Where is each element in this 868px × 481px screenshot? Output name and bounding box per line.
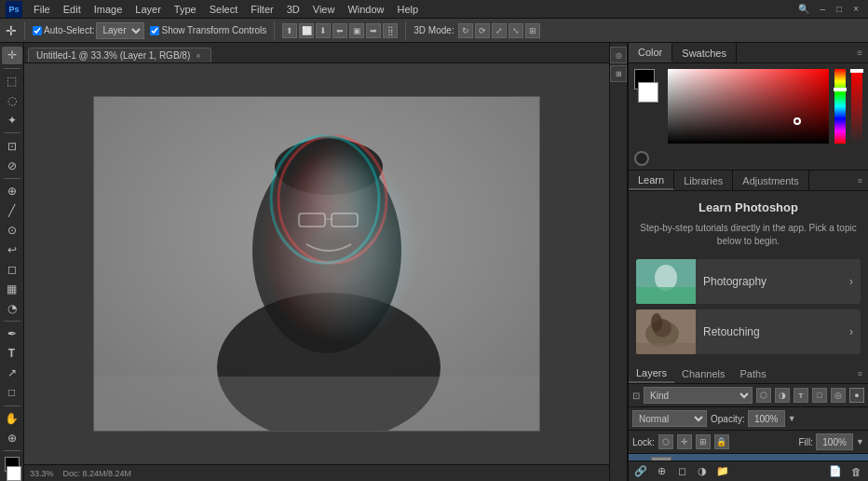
zoom-tool[interactable]: ⊕ (2, 429, 22, 447)
3d-slide-icon[interactable]: ⤡ (509, 23, 523, 38)
blend-mode-dropdown[interactable]: Normal (632, 410, 707, 427)
filter-pixel-icon[interactable]: ⬡ (756, 388, 771, 403)
type-tool[interactable]: T (2, 345, 22, 363)
lock-artboards-icon[interactable]: ⊞ (696, 434, 711, 449)
photography-arrow: › (842, 275, 861, 288)
distribute-icon[interactable]: ⣿ (383, 23, 398, 38)
tab-swatches[interactable]: Swatches (672, 43, 737, 62)
layer-mask-icon[interactable]: ◻ (673, 463, 690, 480)
layer-group-icon[interactable]: 📁 (714, 463, 731, 480)
menu-file[interactable]: File (28, 3, 56, 16)
color-gradient-picker[interactable] (668, 69, 829, 144)
healing-brush-tool[interactable]: ⊕ (2, 183, 22, 200)
layer-link-icon[interactable]: 🔗 (632, 463, 649, 480)
layers-panel-menu[interactable]: ≡ (852, 364, 868, 383)
maximize-button[interactable]: □ (833, 4, 846, 14)
move-tool[interactable]: ✛ (2, 47, 22, 64)
fill-dropdown-arrow[interactable]: ▼ (856, 437, 864, 447)
color-panel-menu[interactable]: ≡ (851, 43, 868, 62)
canvas-viewport[interactable] (24, 63, 609, 464)
close-button[interactable]: × (849, 4, 862, 14)
tab-paths[interactable]: Paths (733, 364, 774, 383)
panel-collapse-button[interactable]: ≡ (852, 171, 868, 190)
menu-image[interactable]: Image (88, 3, 129, 16)
quick-select-tool[interactable]: ✦ (2, 112, 22, 130)
lock-all-icon[interactable]: 🔒 (714, 434, 729, 449)
search-icon[interactable]: 🔍 (794, 4, 813, 14)
clone-stamp-tool[interactable]: ⊙ (2, 222, 22, 240)
tab-channels[interactable]: Channels (674, 364, 732, 383)
alpha-slider[interactable] (851, 69, 862, 144)
gradient-tool[interactable]: ▦ (2, 280, 22, 297)
close-tab-button[interactable]: × (196, 51, 200, 61)
retouching-thumb-svg (636, 309, 696, 354)
menu-select[interactable]: Select (204, 3, 244, 16)
eraser-tool[interactable]: ◻ (2, 260, 22, 278)
filter-toggle-icon[interactable]: ● (849, 388, 864, 403)
lock-pixels-icon[interactable]: ⬡ (658, 434, 673, 449)
learn-item-retouching[interactable]: Retouching › (636, 309, 861, 354)
layer-adjustment-icon[interactable]: ◑ (694, 463, 711, 480)
menu-filter[interactable]: Filter (245, 3, 278, 16)
opacity-dropdown-arrow[interactable]: ▼ (788, 414, 796, 423)
background-color[interactable] (7, 466, 21, 481)
retouching-thumbnail (636, 309, 696, 354)
hand-tool[interactable]: ✋ (2, 409, 22, 427)
filter-adjustment-icon[interactable]: ◑ (775, 388, 790, 403)
layer-select-dropdown[interactable]: Layer (96, 22, 144, 39)
panel-toggle-2[interactable]: ⊞ (610, 65, 627, 82)
3d-roll-icon[interactable]: ⟳ (475, 23, 490, 38)
hue-slider[interactable] (834, 69, 846, 144)
minimize-button[interactable]: – (817, 4, 830, 14)
lasso-tool[interactable]: ◌ (2, 92, 22, 110)
3d-rotate-icon[interactable]: ↻ (458, 23, 473, 38)
crop-tool[interactable]: ⊡ (2, 137, 22, 155)
menu-3d[interactable]: 3D (281, 3, 305, 16)
lock-position-icon[interactable]: ✛ (677, 434, 692, 449)
menu-help[interactable]: Help (392, 3, 425, 16)
rectangular-marquee-tool[interactable]: ⬚ (2, 73, 22, 90)
menu-layer[interactable]: Layer (129, 3, 167, 16)
tab-layers[interactable]: Layers (629, 364, 674, 383)
path-select-tool[interactable]: ↗ (2, 364, 22, 382)
brush-tool[interactable]: ╱ (2, 202, 22, 220)
shape-tool[interactable]: □ (2, 384, 22, 402)
menu-window[interactable]: Window (342, 3, 389, 16)
pen-tool[interactable]: ✒ (2, 325, 22, 343)
menu-view[interactable]: View (307, 3, 341, 16)
align-right-icon[interactable]: ➡ (366, 23, 381, 38)
auto-select-checkbox[interactable] (33, 26, 42, 35)
opacity-input[interactable] (748, 410, 785, 427)
panel-toggle-1[interactable]: ◎ (610, 47, 627, 63)
align-left-icon[interactable]: ⬅ (332, 23, 347, 38)
tab-libraries[interactable]: Libraries (674, 171, 733, 190)
filter-shape-icon[interactable]: □ (812, 388, 827, 403)
menu-edit[interactable]: Edit (58, 3, 87, 16)
3d-scale-icon[interactable]: ⊞ (525, 23, 540, 38)
tab-learn[interactable]: Learn (629, 171, 674, 190)
learn-item-photography[interactable]: Photography › (636, 259, 861, 304)
tab-adjustments[interactable]: Adjustments (733, 171, 809, 190)
align-center-icon[interactable]: ▣ (349, 23, 364, 38)
menu-type[interactable]: Type (169, 3, 202, 16)
filter-type-icon[interactable]: T (793, 388, 808, 403)
layer-style-icon[interactable]: ⊕ (653, 463, 670, 480)
show-transform-checkbox[interactable] (150, 26, 159, 35)
tab-color[interactable]: Color (629, 43, 672, 62)
align-bottom-icon[interactable]: ⬇ (316, 23, 331, 38)
align-middle-icon[interactable]: ⬜ (299, 23, 314, 38)
layer-new-icon[interactable]: 📄 (827, 463, 844, 480)
layer-row-layer1[interactable]: 👁 Layer 1 (629, 454, 868, 460)
dodge-tool[interactable]: ◔ (2, 299, 22, 317)
3d-drag-icon[interactable]: ⤢ (492, 23, 507, 38)
fill-input[interactable] (816, 433, 853, 450)
document-tab[interactable]: Untitled-1 @ 33.3% (Layer 1, RGB/8) × (28, 48, 211, 62)
kind-dropdown[interactable]: Kind (644, 387, 753, 404)
align-top-icon[interactable]: ⬆ (282, 23, 297, 38)
layer-delete-icon[interactable]: 🗑 (848, 463, 864, 480)
filter-smart-icon[interactable]: ◎ (831, 388, 846, 403)
background-swatch[interactable] (638, 82, 658, 103)
eyedropper-tool[interactable]: ⊘ (2, 157, 22, 174)
fg-bg-swatches (634, 69, 662, 144)
history-brush-tool[interactable]: ↩ (2, 241, 22, 259)
